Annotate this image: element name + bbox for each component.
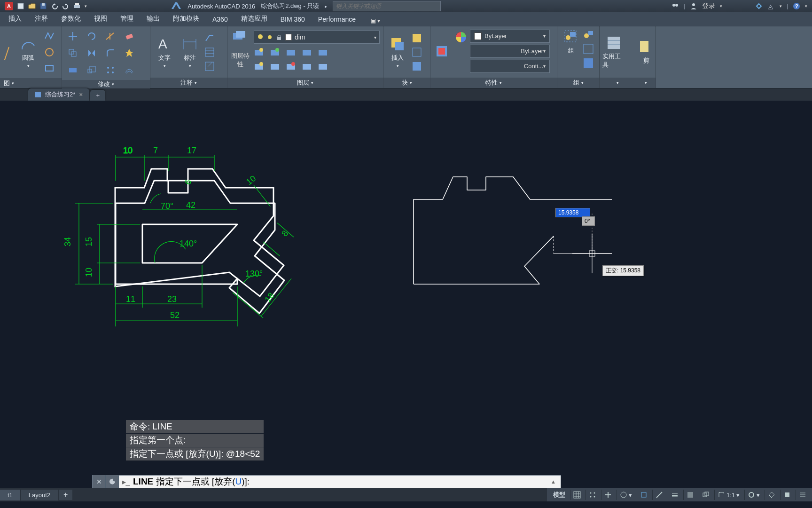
panel-modify-label[interactable]: 修改 — [62, 80, 150, 88]
erase-icon[interactable] — [121, 29, 137, 43]
undo-icon[interactable] — [51, 2, 58, 10]
file-tab-active[interactable]: 综合练习2* × — [28, 88, 89, 101]
layer-tool-8[interactable] — [286, 61, 297, 71]
layer-tool-3[interactable] — [286, 47, 297, 57]
cycling-icon[interactable] — [699, 490, 712, 500]
ungroup-icon[interactable] — [583, 29, 594, 40]
command-line[interactable]: ✕ ▸_ LINE 指定下一点或 [放弃(U)]: ▲ — [92, 475, 561, 488]
dynamic-length-input[interactable]: 15.9358 — [555, 208, 590, 217]
panel-utils-label[interactable] — [600, 78, 636, 88]
isolate-icon[interactable] — [765, 490, 778, 500]
edit-block-icon[interactable] — [412, 47, 422, 57]
scale-button[interactable]: 1:1▾ — [714, 490, 742, 500]
model-button[interactable]: 模型 — [550, 489, 568, 500]
cmdline-settings-icon[interactable] — [106, 475, 119, 488]
grid-icon[interactable] — [570, 490, 584, 500]
print-icon[interactable] — [73, 2, 81, 10]
mirror-icon[interactable] — [84, 46, 100, 60]
new-tab-button[interactable]: + — [90, 90, 105, 101]
transparency-icon[interactable] — [683, 490, 697, 500]
panel-props-label[interactable]: 特性 — [430, 78, 557, 88]
rect-icon[interactable] — [42, 61, 56, 75]
scale-icon[interactable] — [84, 63, 100, 77]
dimension-button[interactable]: 标注▾ — [179, 36, 201, 68]
linetype-dropdown[interactable]: Conti...▾ — [470, 60, 550, 73]
cmdline-history-icon[interactable]: ▲ — [546, 479, 561, 484]
layer-tool-9[interactable] — [302, 61, 313, 71]
gear-icon[interactable]: ▾ — [744, 490, 763, 500]
tab-performance[interactable]: Performance — [312, 13, 362, 26]
arc-button[interactable]: 圆弧 ▾ — [17, 36, 39, 68]
fillet-icon[interactable] — [102, 46, 118, 60]
panel-annotate-label[interactable]: 注释 — [150, 78, 227, 88]
tab-featured[interactable]: 精选应用 — [234, 12, 274, 26]
polyline-icon[interactable] — [42, 29, 56, 43]
ribbon-expand-icon[interactable]: ▣ ▾ — [367, 16, 384, 26]
block-attr-icon[interactable] — [412, 61, 422, 71]
drawing-canvas[interactable]: 10 7 17 6 10 70° 42 8 34 15 10 140° 130°… — [0, 101, 812, 476]
qat-dropdown-icon[interactable]: ▾ — [85, 4, 87, 8]
open-icon[interactable] — [28, 2, 36, 10]
layer-tool-1[interactable] — [254, 47, 265, 57]
app-menu-icon[interactable]: A — [5, 2, 13, 10]
table-icon[interactable] — [204, 47, 215, 58]
group-bb-icon[interactable] — [583, 57, 594, 69]
lwt-icon[interactable] — [668, 490, 681, 500]
panel-layers-label[interactable]: 图层 — [227, 78, 383, 88]
login-link[interactable]: 登录 — [702, 2, 715, 10]
tab-view[interactable]: 视图 — [87, 12, 114, 26]
cmdline-close-icon[interactable]: ✕ — [93, 475, 106, 488]
panel-block-label[interactable]: 块 — [383, 78, 430, 88]
tab-annotate[interactable]: 注释 — [28, 12, 55, 26]
layout-add-button[interactable]: + — [59, 490, 72, 500]
a360-icon[interactable]: ◬ — [767, 2, 775, 10]
trim-icon[interactable] — [102, 29, 118, 43]
lineweight-dropdown[interactable]: ByLayer▾ — [470, 45, 550, 58]
leader-icon[interactable] — [204, 32, 215, 44]
copy-icon[interactable] — [65, 46, 81, 60]
tab-output[interactable]: 输出 — [140, 12, 166, 26]
people-icon[interactable] — [671, 2, 679, 10]
layer-tool-2[interactable] — [270, 47, 281, 57]
save-icon[interactable] — [39, 2, 47, 10]
utilities-button[interactable]: 实用工具 — [602, 35, 625, 69]
tab-a360[interactable]: A360 — [206, 13, 234, 26]
layer-tool-10[interactable] — [318, 61, 329, 71]
match-props-button[interactable] — [433, 44, 452, 60]
customize-icon[interactable] — [796, 490, 809, 500]
tab-insert[interactable]: 插入 — [2, 12, 28, 26]
hatch-icon[interactable] — [204, 61, 215, 72]
layer-dropdown[interactable]: dim ▾ — [254, 31, 380, 44]
otrack-icon[interactable] — [652, 490, 666, 500]
tab-addins[interactable]: 附加模块 — [166, 12, 206, 26]
snap-icon[interactable] — [586, 490, 599, 500]
circle-icon[interactable] — [42, 45, 56, 59]
move-icon[interactable] — [65, 29, 81, 43]
panel-group-label[interactable]: 组 — [557, 78, 599, 88]
layer-tool-4[interactable] — [302, 47, 313, 57]
offset-icon[interactable] — [121, 63, 137, 77]
layout-tab-2[interactable]: Layout2 — [21, 490, 58, 500]
tab-bim360[interactable]: BIM 360 — [274, 13, 312, 26]
exchange-icon[interactable] — [755, 2, 763, 10]
new-icon[interactable] — [17, 2, 24, 10]
group-edit-icon[interactable] — [583, 43, 594, 55]
tab-parametric[interactable]: 参数化 — [55, 12, 87, 26]
array-icon[interactable] — [102, 63, 118, 77]
group-button[interactable]: 组 — [563, 29, 580, 69]
layer-properties-button[interactable] — [230, 29, 250, 45]
line-button[interactable] — [3, 44, 14, 60]
stretch-icon[interactable] — [65, 63, 81, 77]
layer-tool-7[interactable] — [270, 61, 281, 71]
tab-manage[interactable]: 管理 — [114, 12, 140, 26]
rotate-icon[interactable] — [84, 29, 100, 43]
color-wheel-icon[interactable] — [455, 31, 467, 58]
insert-block-button[interactable]: 插入▾ — [386, 36, 409, 68]
create-block-icon[interactable] — [412, 33, 422, 43]
polar-icon[interactable]: ▾ — [617, 490, 635, 500]
clipboard-button[interactable]: 剪 — [639, 39, 653, 65]
help-search-input[interactable] — [333, 1, 441, 11]
redo-icon[interactable] — [62, 2, 70, 10]
panel-draw-label[interactable]: 图 — [0, 78, 62, 88]
help-icon[interactable]: ? — [793, 2, 800, 10]
